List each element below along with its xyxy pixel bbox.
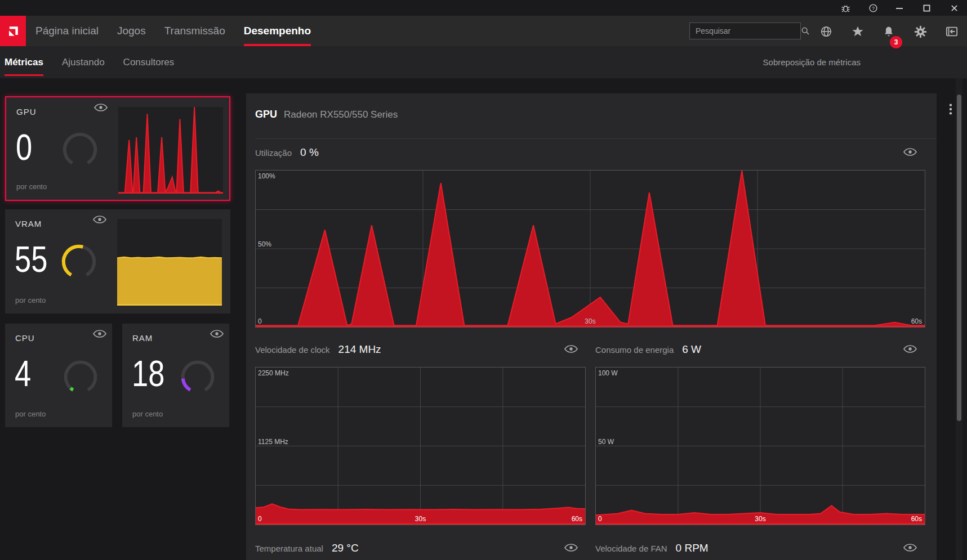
card-unit: por cento xyxy=(15,296,46,304)
tab-metrics[interactable]: Métricas xyxy=(5,46,43,78)
metric-label: Velocidade de FAN xyxy=(595,544,667,553)
metric-label: Velocidade de clock xyxy=(255,345,330,355)
tab-tuning[interactable]: Ajustando xyxy=(62,46,105,78)
metric-card-vram[interactable]: VRAM 55 por cento xyxy=(5,209,230,313)
visibility-eye-icon[interactable] xyxy=(564,543,578,552)
metric-value: 6 W xyxy=(682,343,701,356)
visibility-eye-icon[interactable] xyxy=(210,329,224,338)
metric-card-gpu[interactable]: GPU 0 por cento xyxy=(5,96,230,201)
card-value: 55 xyxy=(15,239,47,280)
search-box xyxy=(689,23,801,39)
metric-card-cpu[interactable]: CPU 4 por cento xyxy=(5,324,112,427)
amd-logo[interactable] xyxy=(0,16,26,46)
maximize-button[interactable] xyxy=(920,2,933,14)
search-input[interactable] xyxy=(690,26,801,35)
metric-value: 0 % xyxy=(300,146,319,159)
cpu-gauge xyxy=(62,359,99,396)
radeon-software-window: ? Página inicial Jogos Transmissão Desem… xyxy=(0,0,967,560)
fan-metric-row: Velocidade de FAN 0 RPM xyxy=(595,542,708,554)
visibility-eye-icon[interactable] xyxy=(94,103,108,112)
metric-value: 0 RPM xyxy=(676,542,708,554)
sub-tabs: Métricas Ajustando Consultores xyxy=(5,46,193,78)
card-title: RAM xyxy=(132,333,153,343)
bug-report-icon[interactable] xyxy=(839,2,852,14)
card-title: VRAM xyxy=(15,219,42,229)
card-unit: por cento xyxy=(16,182,47,191)
title-bar: ? xyxy=(0,0,967,16)
collapse-panel-icon[interactable] xyxy=(945,25,959,38)
favorites-star-icon[interactable] xyxy=(851,25,864,38)
metric-label: Consumo de energia xyxy=(595,345,674,355)
gpu-details-panel: GPU Radeon RX550/550 Series Utilização 0… xyxy=(246,93,937,560)
nav-item-games[interactable]: Jogos xyxy=(117,16,146,46)
browser-globe-icon[interactable] xyxy=(819,25,833,38)
help-icon[interactable]: ? xyxy=(867,2,879,14)
metric-card-ram[interactable]: RAM 18 por cento xyxy=(122,324,229,427)
clock-speed-chart: 2250 MHz 1125 MHz 0 30s 60s xyxy=(255,367,586,525)
temperature-metric-row: Temperatura atual 29 °C xyxy=(255,542,359,554)
main-nav-bar: Página inicial Jogos Transmissão Desempe… xyxy=(0,16,967,46)
svg-text:?: ? xyxy=(872,5,875,11)
gpu-model-subtitle: Radeon RX550/550 Series xyxy=(284,109,398,120)
power-consumption-chart: 100 W 50 W 0 30s 60s xyxy=(595,367,925,525)
metric-label: Utilização xyxy=(255,148,292,158)
utilization-chart: 100% 50% 0 30s 60s xyxy=(255,170,925,328)
card-value: 0 xyxy=(16,127,32,168)
scrollbar-thumb[interactable] xyxy=(957,95,961,421)
header-divider xyxy=(255,138,937,139)
nav-item-home[interactable]: Página inicial xyxy=(35,16,99,46)
card-unit: por cento xyxy=(15,410,46,418)
close-button[interactable] xyxy=(948,2,960,14)
card-unit: por cento xyxy=(132,410,163,418)
performance-sub-nav: Métricas Ajustando Consultores Sobreposi… xyxy=(0,46,967,78)
gpu-mini-chart xyxy=(118,107,223,194)
visibility-eye-icon[interactable] xyxy=(564,344,578,353)
clock-metric-row: Velocidade de clock 214 MHz xyxy=(255,343,381,356)
visibility-eye-icon[interactable] xyxy=(93,215,106,224)
notification-count-badge: 3 xyxy=(890,36,902,48)
power-metric-row: Consumo de energia 6 W xyxy=(595,343,701,356)
card-value: 18 xyxy=(132,353,164,395)
vram-gauge xyxy=(60,243,98,281)
visibility-eye-icon[interactable] xyxy=(903,543,917,552)
card-value: 4 xyxy=(15,353,31,395)
settings-gear-icon[interactable] xyxy=(913,25,927,38)
nav-item-streaming[interactable]: Transmissão xyxy=(164,16,225,46)
ram-gauge xyxy=(179,359,216,396)
nav-item-performance[interactable]: Desempenho xyxy=(244,16,311,46)
metrics-overlay-label: Sobreposição de métricas xyxy=(763,46,861,78)
visibility-eye-icon[interactable] xyxy=(93,329,106,338)
metric-value: 29 °C xyxy=(332,542,359,554)
card-title: GPU xyxy=(16,107,37,117)
visibility-eye-icon[interactable] xyxy=(903,147,917,156)
search-icon[interactable] xyxy=(801,26,810,35)
nav-items: Página inicial Jogos Transmissão Desempe… xyxy=(35,16,329,46)
tab-advisors[interactable]: Consultores xyxy=(123,46,175,78)
metric-value: 214 MHz xyxy=(338,343,381,356)
card-title: CPU xyxy=(15,333,35,343)
gpu-gauge xyxy=(61,131,99,169)
visibility-eye-icon[interactable] xyxy=(903,344,917,353)
vram-mini-chart xyxy=(117,219,222,306)
panel-title: GPU xyxy=(255,109,277,120)
utilization-metric-row: Utilização 0 % xyxy=(255,146,319,159)
minimize-button[interactable] xyxy=(893,2,906,14)
metric-label: Temperatura atual xyxy=(255,544,323,553)
